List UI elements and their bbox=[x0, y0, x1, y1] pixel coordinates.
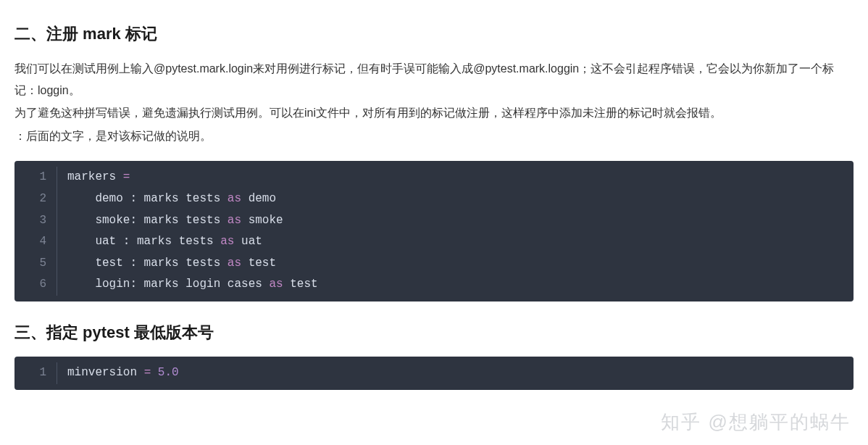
paragraph-text: ：后面的文字，是对该标记做的说明。 bbox=[14, 125, 854, 147]
code-line: 3 smoke: marks tests as smoke bbox=[14, 210, 854, 232]
code-content: demo : marks tests as demo bbox=[57, 188, 854, 210]
line-number: 2 bbox=[14, 188, 57, 210]
code-content: login: marks login cases as test bbox=[57, 274, 854, 296]
code-block-markers: 1 markers = 2 demo : marks tests as demo… bbox=[14, 161, 854, 301]
line-number: 5 bbox=[14, 253, 57, 275]
line-number: 6 bbox=[14, 274, 57, 296]
line-number: 3 bbox=[14, 210, 57, 232]
code-block-minversion: 1 minversion = 5.0 bbox=[14, 357, 854, 390]
code-line: 1 markers = bbox=[14, 167, 854, 188]
code-content: minversion = 5.0 bbox=[57, 362, 854, 384]
section-heading-2: 二、注册 mark 标记 bbox=[14, 23, 854, 45]
line-number: 1 bbox=[14, 167, 57, 188]
section-heading-3: 三、指定 pytest 最低版本号 bbox=[14, 322, 854, 344]
line-number: 4 bbox=[14, 231, 57, 253]
code-line: 6 login: marks login cases as test bbox=[14, 274, 854, 296]
code-line: 5 test : marks tests as test bbox=[14, 253, 854, 275]
paragraph-text: 为了避免这种拼写错误，避免遗漏执行测试用例。可以在ini文件中，对所有用到的标记… bbox=[14, 102, 854, 124]
paragraph-block-1: 我们可以在测试用例上输入@pytest.mark.login来对用例进行标记，但… bbox=[14, 58, 854, 146]
code-content: markers = bbox=[57, 167, 854, 188]
line-number: 1 bbox=[14, 362, 57, 384]
code-content: test : marks tests as test bbox=[57, 253, 854, 275]
code-line: 1 minversion = 5.0 bbox=[14, 362, 854, 384]
code-line: 2 demo : marks tests as demo bbox=[14, 188, 854, 210]
paragraph-text: 我们可以在测试用例上输入@pytest.mark.login来对用例进行标记，但… bbox=[14, 58, 854, 101]
code-line: 4 uat : marks tests as uat bbox=[14, 231, 854, 253]
code-content: smoke: marks tests as smoke bbox=[57, 210, 854, 232]
code-content: uat : marks tests as uat bbox=[57, 231, 854, 253]
